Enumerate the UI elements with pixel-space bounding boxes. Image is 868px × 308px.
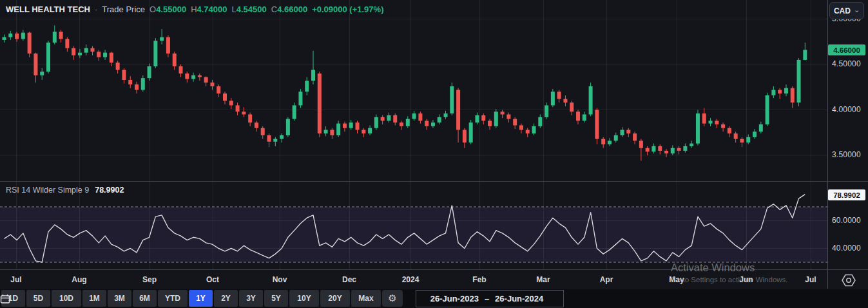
range-button-5d[interactable]: 5D — [26, 290, 50, 307]
date-to[interactable]: 26-Jun-2024 — [495, 294, 543, 303]
price-tick-label: 3.50000 — [832, 150, 861, 159]
time-tick-label: May — [659, 275, 695, 284]
currency-dropdown[interactable]: CAD ⌄ — [829, 2, 864, 19]
time-tick-label: Oct — [195, 275, 231, 284]
time-tick-label: Mar — [525, 275, 561, 284]
time-tick-label: Apr — [588, 275, 624, 284]
price-axis-border — [827, 0, 828, 289]
rsi-tick-label: 40.0000 — [832, 244, 861, 253]
range-button-3m[interactable]: 3M — [108, 290, 131, 307]
time-tick-label: Aug — [61, 275, 97, 284]
rsi-value-badge: 78.9902 — [828, 189, 865, 200]
low-value: L4.54500 — [232, 5, 267, 14]
close-value: C4.66000 — [271, 5, 307, 14]
rsi-tick-label: 60.0000 — [832, 216, 861, 225]
panel-divider[interactable] — [0, 181, 868, 182]
chart-header: WELL HEALTH TECH · Trade Price O4.55000 … — [6, 5, 383, 14]
time-tick-label: Jul — [793, 275, 829, 284]
range-button-1y[interactable]: 1Y — [189, 290, 213, 307]
rsi-header: RSI 14 Wilder Simple 9 78.9902 — [6, 186, 124, 195]
time-tick-label: Jun — [728, 275, 764, 284]
time-tick-label: Feb — [461, 275, 497, 284]
bottom-toolbar: 1D5D10D1M3M6MYTD1Y2Y3Y5Y10Y20YMax ⚙ 26-J… — [0, 289, 868, 308]
date-separator: – — [485, 294, 489, 303]
change-value: +0.09000 (+1.97%) — [312, 5, 383, 14]
chevron-down-icon: ⌄ — [854, 7, 860, 12]
range-buttons: 1D5D10D1M3M6MYTD1Y2Y3Y5Y10Y20YMax — [0, 289, 381, 307]
range-button-ytd[interactable]: YTD — [158, 290, 188, 307]
time-tick-label: 2024 — [392, 275, 429, 284]
header-separator: · — [95, 5, 97, 14]
price-chart[interactable] — [0, 0, 868, 182]
price-axis-labels[interactable]: 4.66000 78.9902 5.000004.500004.000003.5… — [827, 0, 868, 289]
time-tick-label: Dec — [331, 275, 367, 284]
axis-settings-icon[interactable] — [841, 273, 856, 287]
range-button-2y[interactable]: 2Y — [214, 290, 238, 307]
range-button-max[interactable]: Max — [351, 290, 381, 307]
series-label: Trade Price — [102, 5, 145, 14]
time-tick-label: Sep — [131, 275, 168, 284]
rsi-current-value: 78.9902 — [95, 186, 124, 195]
high-value: H4.74000 — [191, 5, 227, 14]
price-tick-label: 4.50000 — [832, 59, 861, 68]
price-tick-label: 4.00000 — [832, 105, 861, 114]
open-value: O4.55000 — [149, 5, 186, 14]
time-tick-label: Nov — [262, 275, 298, 284]
date-from[interactable]: 26-Jun-2023 — [430, 294, 479, 303]
symbol-name[interactable]: WELL HEALTH TECH — [6, 5, 90, 14]
gear-icon[interactable]: ⚙ — [382, 290, 403, 307]
range-button-6m[interactable]: 6M — [133, 290, 157, 307]
rsi-chart[interactable] — [0, 182, 868, 269]
last-price-badge: 4.66000 — [828, 44, 865, 55]
range-button-5y[interactable]: 5Y — [264, 290, 288, 307]
time-axis-divider — [0, 269, 868, 270]
range-button-20y[interactable]: 20Y — [320, 290, 350, 307]
trading-chart-app: WELL HEALTH TECH · Trade Price O4.55000 … — [0, 0, 868, 308]
rsi-title[interactable]: RSI 14 Wilder Simple 9 — [6, 186, 89, 195]
range-button-1m[interactable]: 1M — [82, 290, 106, 307]
time-axis[interactable]: JulAugSepOctNovDec2024FebMarAprMayJunJul — [0, 270, 868, 289]
range-button-10y[interactable]: 10Y — [289, 290, 319, 307]
range-button-3y[interactable]: 3Y — [239, 290, 263, 307]
date-range-picker[interactable]: 26-Jun-2023 – 26-Jun-2024 — [416, 290, 564, 307]
time-tick-label: Jul — [0, 275, 34, 284]
currency-value: CAD — [834, 6, 851, 15]
range-button-10d[interactable]: 10D — [52, 290, 81, 307]
